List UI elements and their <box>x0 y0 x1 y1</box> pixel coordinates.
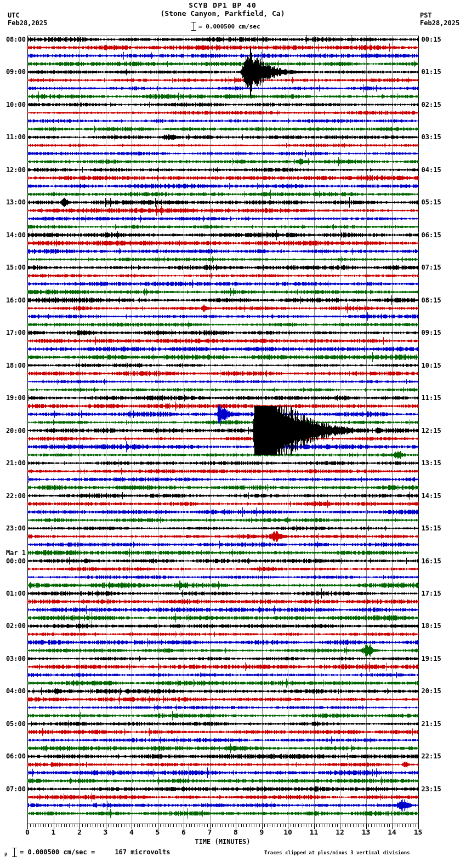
minute-tick-label: 7 <box>201 828 219 836</box>
minute-tick-label: 2 <box>70 828 89 836</box>
minute-tick-label: 15 <box>409 828 428 836</box>
pst-time-label: 14:15 <box>422 492 454 500</box>
utc-time-label: 06:00 <box>2 752 26 760</box>
pst-time-label: 16:15 <box>422 557 454 565</box>
pst-time-label: 11:15 <box>422 394 454 402</box>
left-timezone-label: UTC <box>8 12 20 19</box>
station-title: SCYB DP1 BP 40 <box>0 1 445 9</box>
minute-tick-label: 14 <box>383 828 401 836</box>
utc-time-label: 14:00 <box>2 231 26 239</box>
footer-clip-note: Traces clipped at plus/minus 3 vertical … <box>264 850 410 855</box>
minute-tick-label: 13 <box>357 828 376 836</box>
scale-label: = 0.000500 cm/sec <box>198 23 260 30</box>
pst-time-label: 01:15 <box>422 68 454 76</box>
utc-time-label: 17:00 <box>2 329 26 336</box>
pst-time-label: 21:15 <box>422 720 454 728</box>
minute-tick-label: 5 <box>149 828 167 836</box>
helicorder-page: SCYB DP1 BP 40 (Stone Canyon, Parkfield,… <box>0 0 466 868</box>
pst-time-label: 04:15 <box>422 166 454 174</box>
utc-time-label: 22:00 <box>2 492 26 500</box>
pst-time-label: 09:15 <box>422 329 454 336</box>
pst-time-label: 00:15 <box>422 36 454 43</box>
minute-tick-label: 8 <box>226 828 245 836</box>
pst-time-label: 03:15 <box>422 133 454 141</box>
utc-time-label: 03:00 <box>2 655 26 663</box>
utc-time-label: 09:00 <box>2 68 26 76</box>
pst-time-label: 05:15 <box>422 198 454 206</box>
utc-time-label: 08:00 <box>2 36 26 43</box>
date-change-label: Mar 1 <box>2 549 26 557</box>
pst-time-label: 20:15 <box>422 687 454 695</box>
minute-tick-label: 11 <box>305 828 323 836</box>
minute-tick-label: 0 <box>18 828 37 836</box>
pst-time-label: 08:15 <box>422 296 454 304</box>
right-date-label: Feb28,2025 <box>420 19 459 27</box>
utc-time-label: 21:00 <box>2 459 26 467</box>
utc-time-label: 19:00 <box>2 394 26 402</box>
pst-time-label: 22:15 <box>422 752 454 760</box>
utc-time-label: 01:00 <box>2 590 26 597</box>
pst-time-label: 02:15 <box>422 101 454 108</box>
scale-bar-icon <box>191 22 196 31</box>
utc-time-label: 05:00 <box>2 720 26 728</box>
pst-time-label: 23:15 <box>422 785 454 793</box>
utc-time-label: 00:00 <box>2 557 26 565</box>
pst-time-label: 15:15 <box>422 524 454 532</box>
utc-time-label: 20:00 <box>2 427 26 435</box>
helicorder-canvas <box>0 0 466 868</box>
minute-tick-label: 6 <box>174 828 193 836</box>
pst-time-label: 07:15 <box>422 264 454 271</box>
utc-time-label: 12:00 <box>2 166 26 174</box>
utc-time-label: 04:00 <box>2 687 26 695</box>
utc-time-label: 18:00 <box>2 362 26 369</box>
mu-glyph: μ <box>4 851 7 856</box>
x-axis-title: TIME (MINUTES) <box>140 838 305 846</box>
utc-time-label: 15:00 <box>2 264 26 271</box>
pst-time-label: 18:15 <box>422 622 454 630</box>
scale-bar-icon-footer <box>12 848 17 857</box>
utc-time-label: 07:00 <box>2 785 26 793</box>
minute-tick-label: 4 <box>122 828 141 836</box>
pst-time-label: 10:15 <box>422 362 454 369</box>
minute-tick-label: 3 <box>96 828 115 836</box>
pst-time-label: 17:15 <box>422 590 454 597</box>
right-timezone-label: PST <box>420 12 432 19</box>
utc-time-label: 16:00 <box>2 296 26 304</box>
footer-scale-text: = 0.000500 cm/sec = 167 microvolts <box>20 848 171 856</box>
minute-tick-label: 10 <box>279 828 297 836</box>
pst-time-label: 12:15 <box>422 427 454 435</box>
minute-tick-label: 12 <box>331 828 349 836</box>
left-date-label: Feb28,2025 <box>8 19 47 27</box>
pst-time-label: 13:15 <box>422 459 454 467</box>
utc-time-label: 02:00 <box>2 622 26 630</box>
utc-time-label: 11:00 <box>2 133 26 141</box>
station-subtitle: (Stone Canyon, Parkfield, Ca) <box>0 9 445 18</box>
utc-time-label: 10:00 <box>2 101 26 108</box>
utc-time-label: 23:00 <box>2 524 26 532</box>
minute-tick-label: 9 <box>253 828 271 836</box>
minute-tick-label: 1 <box>44 828 63 836</box>
utc-time-label: 13:00 <box>2 198 26 206</box>
pst-time-label: 19:15 <box>422 655 454 663</box>
pst-time-label: 06:15 <box>422 231 454 239</box>
